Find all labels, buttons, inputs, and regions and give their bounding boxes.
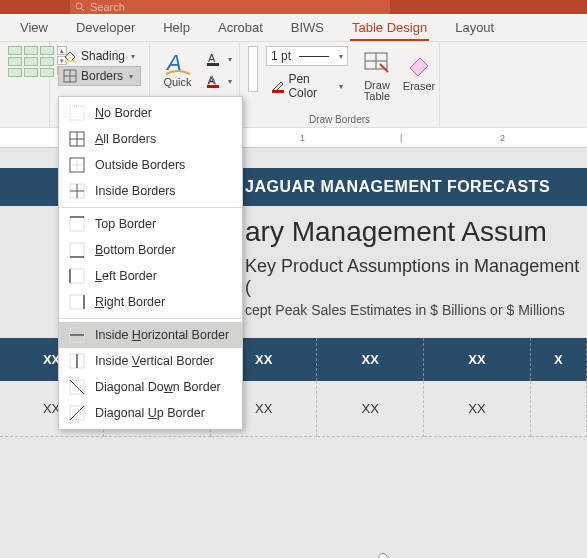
svg-rect-31	[70, 295, 84, 309]
font-fill-button[interactable]: A▾	[205, 50, 233, 68]
svg-rect-8	[207, 63, 219, 66]
tab-table-design[interactable]: Table Design	[352, 20, 427, 35]
table-cell[interactable]: XX	[317, 381, 424, 437]
tab-developer[interactable]: Developer	[76, 20, 135, 35]
table-header[interactable]: X	[530, 338, 586, 381]
inside-v-icon	[69, 353, 85, 369]
svg-rect-10	[207, 85, 219, 88]
svg-line-40	[70, 406, 84, 420]
menu-diagonal-up-border[interactable]: Diagonal Up Border	[59, 400, 242, 426]
search-placeholder: Search	[90, 1, 125, 13]
quick-icon: A	[163, 50, 193, 78]
table-header[interactable]: XX	[317, 338, 424, 381]
inside-h-icon	[69, 327, 85, 343]
svg-text:A: A	[208, 52, 216, 64]
menu-inside-vertical-border[interactable]: Inside Vertical Border	[59, 348, 242, 374]
table-styles-gallery[interactable]	[8, 46, 54, 77]
font-fill-icon: A	[206, 51, 222, 67]
borders-button[interactable]: Borders▾	[58, 66, 141, 86]
svg-line-38	[70, 380, 84, 394]
bottom-border-icon	[69, 242, 85, 258]
svg-line-1	[81, 8, 84, 11]
borders-icon	[63, 69, 77, 83]
svg-rect-27	[70, 243, 84, 257]
eraser-icon	[404, 50, 434, 78]
border-style-select[interactable]	[248, 46, 258, 92]
menu-inside-horizontal-border[interactable]: Inside Horizontal Border	[59, 322, 242, 348]
pen-color-button[interactable]: Pen Color▾	[266, 69, 348, 103]
tab-layout[interactable]: Layout	[455, 20, 494, 35]
pen-icon	[271, 79, 284, 93]
svg-rect-29	[70, 269, 84, 283]
svg-text:A: A	[208, 74, 216, 86]
outside-borders-icon	[69, 157, 85, 173]
table-handle[interactable]	[378, 553, 388, 558]
tab-view[interactable]: View	[20, 20, 48, 35]
svg-rect-25	[70, 217, 84, 231]
tab-help[interactable]: Help	[163, 20, 190, 35]
top-border-icon	[69, 216, 85, 232]
svg-rect-15	[70, 106, 84, 120]
borders-menu: No Border All Borders Outside Borders In…	[58, 96, 243, 430]
draw-table-icon	[362, 50, 392, 78]
menu-diagonal-down-border[interactable]: Diagonal Down Border	[59, 374, 242, 400]
group-label-draw-borders: Draw Borders	[248, 114, 431, 125]
menu-no-border[interactable]: No Border	[59, 100, 242, 126]
table-header[interactable]: XX	[424, 338, 531, 381]
right-border-icon	[69, 294, 85, 310]
diag-up-icon	[69, 405, 85, 421]
menu-top-border[interactable]: Top Border	[59, 211, 242, 237]
diag-down-icon	[69, 379, 85, 395]
eraser-button[interactable]: Eraser	[398, 46, 440, 103]
all-borders-icon	[69, 131, 85, 147]
menu-inside-borders[interactable]: Inside Borders	[59, 178, 242, 204]
shading-button[interactable]: Shading▾	[58, 46, 141, 66]
quick-styles-button[interactable]: A Quick	[157, 46, 199, 88]
draw-table-button[interactable]: Draw Table	[356, 46, 398, 103]
menu-bottom-border[interactable]: Bottom Border	[59, 237, 242, 263]
font-outline-button[interactable]: A▾	[205, 72, 233, 90]
table-cell[interactable]: XX	[424, 381, 531, 437]
ribbon-tabs: View Developer Help Acrobat BIWS Table D…	[0, 14, 587, 42]
font-outline-icon: A	[206, 73, 222, 89]
bucket-icon	[63, 49, 77, 63]
svg-rect-11	[272, 90, 284, 93]
menu-all-borders[interactable]: All Borders	[59, 126, 242, 152]
svg-rect-2	[65, 60, 75, 62]
table-cell[interactable]	[530, 381, 586, 437]
no-border-icon	[69, 105, 85, 121]
menu-outside-borders[interactable]: Outside Borders	[59, 152, 242, 178]
search-box[interactable]: Search	[70, 0, 390, 14]
left-border-icon	[69, 268, 85, 284]
menu-left-border[interactable]: Left Border	[59, 263, 242, 289]
inside-borders-icon	[69, 183, 85, 199]
line-weight-select[interactable]: 1 pt ▾	[266, 46, 348, 66]
tab-acrobat[interactable]: Acrobat	[218, 20, 263, 35]
search-icon	[75, 2, 85, 12]
menu-right-border[interactable]: Right Border	[59, 289, 242, 315]
tab-biws[interactable]: BIWS	[291, 20, 324, 35]
